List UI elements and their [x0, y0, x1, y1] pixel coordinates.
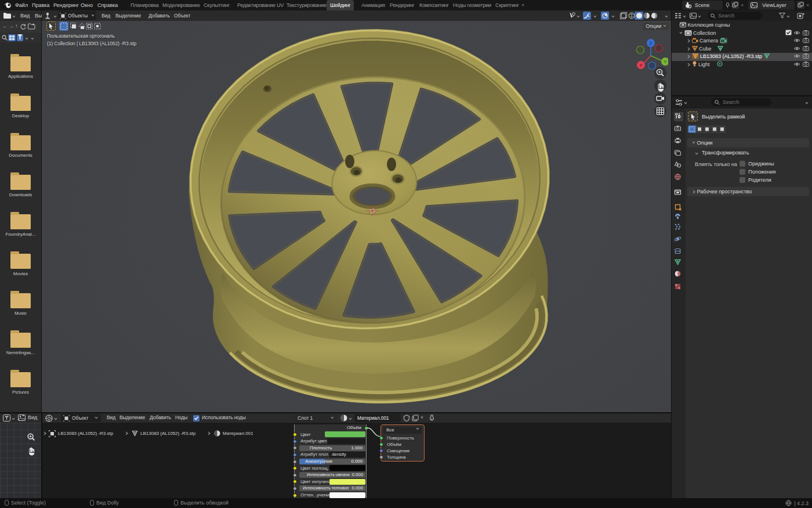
svg-text:X: X: [639, 63, 643, 68]
svg-text:Z: Z: [650, 41, 652, 46]
svg-text:Y: Y: [664, 59, 667, 64]
